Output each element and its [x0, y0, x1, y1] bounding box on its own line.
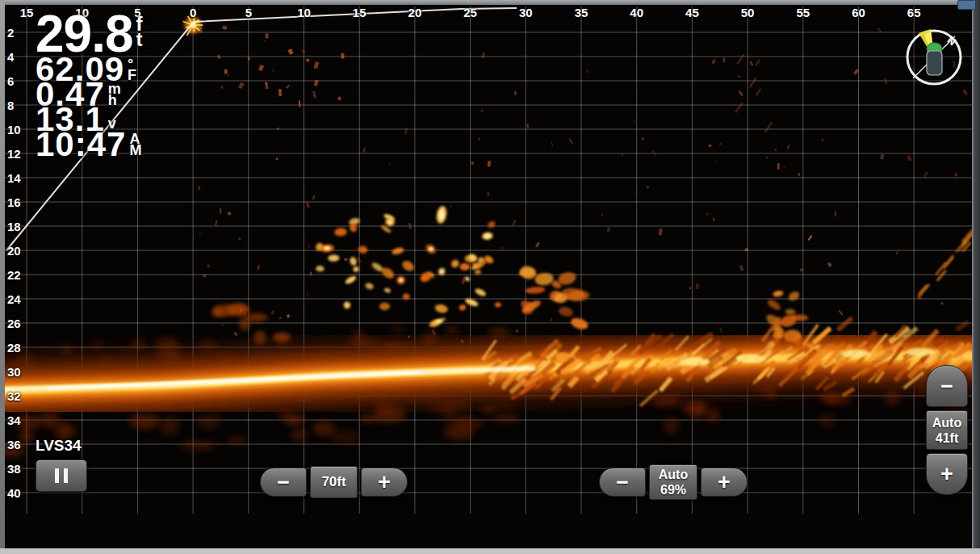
minus-icon: −: [940, 376, 953, 396]
orientation-indicator-icon: N: [903, 24, 967, 90]
depth-label: 36: [7, 438, 21, 451]
temperature-unit: °F: [128, 58, 137, 81]
frame-edge-bottom: [0, 548, 980, 554]
depth-range-mode: Auto: [932, 415, 961, 430]
depth-range-plus-button[interactable]: +: [926, 453, 968, 495]
range-value: 70ft: [321, 474, 346, 490]
depth-label: 30: [7, 365, 21, 379]
ruler-label: 50: [741, 6, 755, 19]
frame-edge-top: [0, 0, 980, 5]
depth-range-value: 41ft: [936, 430, 958, 446]
ruler-label: 55: [796, 6, 810, 19]
ruler-label: 20: [408, 6, 422, 19]
range-value-button[interactable]: 70ft: [310, 466, 358, 498]
depth-range-minus-button[interactable]: −: [926, 365, 968, 407]
time-readout: 10:47 AM: [36, 132, 142, 157]
depth-label: 38: [7, 462, 21, 476]
depth-label: 22: [7, 268, 21, 282]
depth-label: 16: [7, 195, 21, 209]
ruler-label: 65: [907, 6, 921, 19]
depth-label: 32: [7, 389, 21, 403]
depth-label: 8: [7, 99, 14, 112]
depth-label: 6: [7, 74, 14, 88]
depth-label: 28: [7, 341, 21, 355]
ruler-label: 10: [297, 6, 311, 19]
gain-mode: Auto: [659, 467, 688, 482]
depth-label: 4: [7, 50, 14, 64]
ruler-label: 30: [519, 6, 533, 19]
gain-value: 69%: [660, 482, 686, 497]
gain-minus-button[interactable]: −: [599, 468, 646, 497]
fishfinder-screen: { "window": { "video_overlay_icon": "pic…: [0, 0, 980, 554]
frame-edge-right: [972, 0, 980, 554]
plus-icon: +: [940, 464, 953, 484]
minus-icon: −: [616, 472, 629, 492]
ruler-label: 25: [463, 6, 477, 19]
gain-value-button[interactable]: Auto 69%: [649, 464, 697, 500]
pause-button[interactable]: [36, 460, 87, 492]
pause-icon: [55, 468, 59, 483]
bottom-bar: 29.8 ft WaypointsInfoHomeMenuMarkSOS: [0, 514, 980, 548]
minus-icon: −: [277, 472, 290, 492]
video-overlay-icon[interactable]: [957, 0, 976, 10]
depth-label: 20: [7, 244, 21, 258]
depth-label: 34: [7, 413, 21, 427]
time-unit: AM: [129, 133, 142, 156]
ruler-label: 15: [20, 6, 34, 19]
ruler-label: 35: [575, 6, 588, 19]
depth-label: 12: [7, 147, 21, 161]
ruler-label: 15: [353, 6, 366, 19]
depth-label: 10: [7, 123, 21, 136]
gain-plus-button[interactable]: +: [701, 468, 748, 497]
depth-unit: ft: [136, 16, 142, 47]
sonar-view[interactable]: [0, 0, 980, 554]
transducer-source-label: LVS34: [36, 437, 82, 455]
speed-unit: mh: [108, 83, 122, 106]
plus-icon: +: [718, 472, 731, 492]
frame-edge-left: [0, 0, 5, 554]
pause-icon: [64, 468, 68, 483]
ruler-label: 45: [685, 6, 699, 19]
data-overlay: 29.8 ft 62.09 °F 0.47 mh 13.1 v 10:47 AM: [36, 11, 142, 157]
depth-label: 40: [7, 486, 21, 500]
plus-icon: +: [378, 472, 391, 492]
depth-label: 14: [7, 171, 21, 185]
ruler-label: 60: [852, 6, 865, 19]
depth-range-value-button[interactable]: Auto 41ft: [926, 410, 968, 450]
depth-label: 2: [7, 26, 14, 40]
range-minus-button[interactable]: −: [260, 468, 307, 497]
depth-label: 24: [7, 292, 21, 306]
ruler-label: 5: [245, 6, 252, 19]
ruler-label: 0: [190, 6, 196, 19]
time-value: 10:47: [36, 132, 126, 157]
ruler-label: 40: [630, 6, 643, 19]
depth-label: 26: [7, 317, 21, 330]
depth-label: 18: [7, 220, 21, 233]
range-plus-button[interactable]: +: [361, 468, 408, 497]
